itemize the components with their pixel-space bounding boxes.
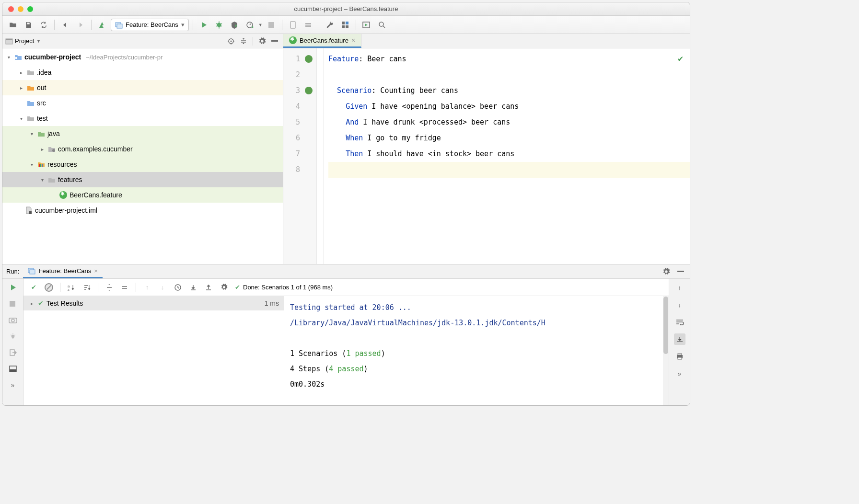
import-icon[interactable] (187, 281, 199, 294)
tree-root[interactable]: ▾ cucumber-project ~/IdeaProjects/cucumb… (2, 49, 283, 65)
locate-icon[interactable] (226, 36, 236, 46)
gear-icon[interactable] (218, 281, 230, 294)
inspection-ok-icon[interactable]: ✔ (678, 53, 683, 63)
svg-rect-6 (342, 22, 345, 24)
sdk-icon[interactable] (302, 18, 315, 32)
minimize-window[interactable] (18, 6, 23, 12)
rerun-icon[interactable] (7, 282, 19, 293)
tree-item[interactable]: ▸.idea (2, 65, 283, 80)
gear-icon[interactable] (661, 266, 672, 277)
svg-rect-21 (42, 164, 43, 167)
chevron-down-icon[interactable]: ▼ (258, 23, 263, 27)
hide-icon[interactable] (675, 266, 686, 277)
forward-icon[interactable] (74, 18, 87, 32)
close-window[interactable] (8, 6, 14, 12)
print-icon[interactable] (674, 351, 685, 362)
run-config-selector[interactable]: Feature: BeerCans ▾ (111, 19, 189, 31)
cucumber-icon (59, 191, 67, 199)
collapse-all-icon[interactable] (118, 281, 131, 294)
camera-icon[interactable] (7, 314, 19, 326)
project-panel-header: Project ▼ (2, 34, 283, 48)
show-ignored-icon[interactable] (43, 281, 55, 294)
tree-item-file[interactable]: BeerCans.feature (2, 187, 283, 203)
run-icon[interactable] (197, 18, 210, 32)
test-toolbar: ✔ az ↑ ↓ ✔ Don (23, 279, 669, 296)
test-root-row[interactable]: ▸ ✔ Test Results 1 ms (23, 296, 284, 310)
expand-all-icon[interactable] (103, 281, 116, 294)
up-icon[interactable]: ↑ (674, 282, 685, 293)
run-config-label: Feature: BeerCans (126, 21, 178, 28)
tree-item[interactable]: ▸com.examples.cucumber (2, 141, 283, 157)
profile-icon[interactable] (243, 18, 256, 32)
save-icon[interactable] (22, 18, 35, 32)
device-icon[interactable] (286, 18, 300, 32)
run-right-toolbar: ↑ ↓ » (669, 279, 690, 405)
structure-icon[interactable] (338, 18, 352, 32)
search-icon[interactable] (375, 18, 389, 32)
debug-icon[interactable] (212, 18, 226, 32)
code-area[interactable]: Feature: Beer cans Scenario: Counting be… (324, 48, 690, 264)
gutter[interactable]: 1 2 3 4 5 6 7 8 (283, 48, 317, 264)
soft-wrap-icon[interactable] (674, 316, 685, 328)
svg-rect-26 (10, 301, 15, 307)
exit-icon[interactable] (7, 347, 19, 358)
tree-item[interactable]: ▾resources (2, 157, 283, 172)
editor-tab[interactable]: BeerCans.feature × (283, 34, 361, 48)
tree-item[interactable]: ▾test (2, 111, 283, 126)
next-fail-icon[interactable]: ↓ (156, 281, 169, 294)
test-tree[interactable]: ▸ ✔ Test Results 1 ms (23, 296, 284, 405)
more-icon[interactable]: » (7, 379, 19, 391)
build-icon[interactable] (95, 18, 109, 32)
svg-rect-37 (678, 354, 682, 355)
open-icon[interactable] (6, 18, 20, 32)
tree-item-selected[interactable]: ▾features (2, 172, 283, 187)
settings-wrench-icon[interactable] (323, 18, 337, 32)
editor-tab-label: BeerCans.feature (300, 37, 348, 44)
more-icon[interactable]: » (674, 368, 685, 379)
svg-rect-25 (677, 271, 684, 272)
run-tab[interactable]: Feature: BeerCans × (23, 264, 102, 278)
main-toolbar: Feature: BeerCans ▾ ▼ (2, 16, 690, 34)
close-tab-icon[interactable]: × (351, 36, 355, 44)
scroll-to-end-icon[interactable] (674, 333, 685, 345)
run-header: Run: Feature: BeerCans × (2, 264, 690, 279)
back-icon[interactable] (58, 18, 72, 32)
console-output[interactable]: Testing started at 20:06 ... /Library/Ja… (284, 296, 669, 405)
tree-item[interactable]: ▸src (2, 95, 283, 111)
project-tree[interactable]: ▾ cucumber-project ~/IdeaProjects/cucumb… (2, 48, 283, 264)
svg-text:z: z (68, 287, 70, 291)
down-icon[interactable]: ↓ (674, 299, 685, 310)
tree-item-file[interactable]: cucumber-project.iml (2, 203, 283, 218)
prev-fail-icon[interactable]: ↑ (141, 281, 153, 294)
stop-icon[interactable] (265, 18, 278, 32)
history-icon[interactable] (172, 281, 184, 294)
layout-icon[interactable] (7, 363, 19, 375)
editor-body[interactable]: 1 2 3 4 5 6 7 8 Feature: Beer cans Scena… (283, 48, 690, 264)
svg-rect-7 (346, 22, 348, 24)
fold-bar[interactable] (317, 48, 324, 264)
coverage-icon[interactable] (228, 18, 241, 32)
collapse-all-icon[interactable] (238, 36, 249, 46)
dump-icon[interactable] (7, 331, 19, 342)
svg-rect-13 (6, 39, 12, 40)
sync-icon[interactable] (37, 18, 50, 32)
svg-rect-5 (290, 22, 295, 28)
svg-rect-24 (30, 270, 35, 274)
attach-icon[interactable] (360, 18, 373, 32)
close-icon[interactable]: × (94, 267, 98, 275)
tree-item[interactable]: ▸out (2, 80, 283, 95)
zoom-window[interactable] (27, 6, 33, 12)
stop-icon[interactable] (7, 298, 19, 309)
svg-rect-1 (117, 24, 122, 28)
svg-point-2 (217, 23, 221, 27)
hide-icon[interactable] (269, 36, 280, 46)
export-icon[interactable] (202, 281, 215, 294)
titlebar: cucumber-project – BeerCans.feature (2, 2, 690, 16)
chevron-down-icon[interactable]: ▼ (36, 38, 41, 44)
gear-icon[interactable] (257, 36, 267, 46)
show-passed-icon[interactable]: ✔ (27, 281, 40, 294)
sort-alpha-icon[interactable]: az (65, 281, 78, 294)
tree-item[interactable]: ▾java (2, 126, 283, 141)
sort-duration-icon[interactable] (81, 281, 93, 294)
scrollbar[interactable] (663, 296, 669, 405)
